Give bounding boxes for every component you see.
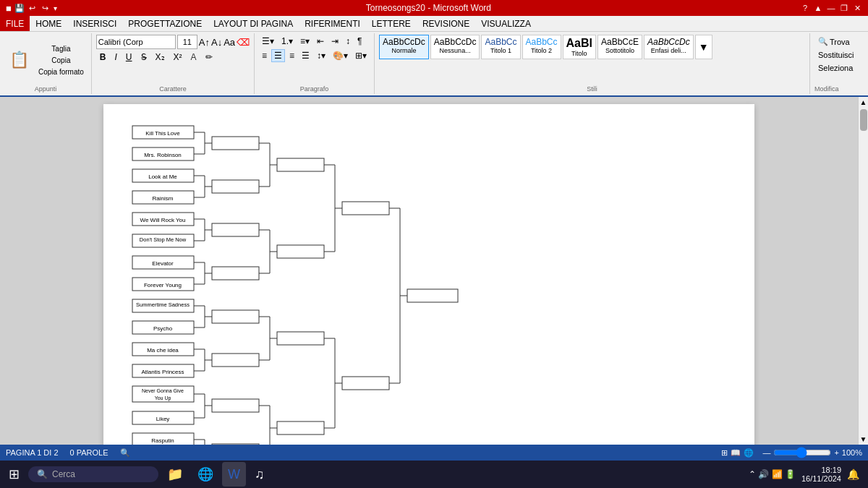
find-btn[interactable]: 🔍 Trova [814, 35, 854, 48]
font-size-input[interactable] [177, 35, 197, 49]
svg-text:We Will Rock You: We Will Rock You [140, 217, 186, 223]
title-bar: ■ 💾 ↩ ↪ ▾ Torneosongs20 - Microsoft Word… [0, 0, 868, 16]
style-normale[interactable]: AaBbCcDc Normale [379, 35, 429, 59]
styles-expand-btn[interactable]: ▼ [695, 35, 712, 59]
chrome-btn[interactable]: 🌐 [192, 462, 219, 487]
show-hide-btn[interactable]: ¶ [354, 35, 365, 48]
superscript-btn[interactable]: X² [170, 51, 186, 64]
justify-btn[interactable]: ☰ [299, 49, 312, 62]
svg-rect-17 [212, 180, 259, 193]
menu-visualizza[interactable]: VISUALIZZA [475, 16, 537, 31]
menu-layout[interactable]: LAYOUT DI PAGINA [208, 16, 299, 31]
cut-btn[interactable]: Taglia [35, 43, 87, 54]
clear-format-btn[interactable]: ⌫ [237, 37, 250, 48]
menu-revisione[interactable]: REVISIONE [417, 16, 475, 31]
increase-indent-btn[interactable]: ⇥ [328, 35, 341, 48]
bold-btn[interactable]: B [96, 51, 110, 64]
svg-text:Look at Me: Look at Me [148, 174, 177, 180]
taskbar-right: ⌃ 🔊 📶 🔋 18:19 16/11/2024 🔔 [749, 466, 865, 483]
underline-btn[interactable]: U [122, 51, 136, 64]
style-nessuna[interactable]: AaBbCcDc Nessuna... [430, 35, 480, 59]
scroll-up-btn[interactable]: ▲ [859, 97, 868, 108]
zoom-control[interactable]: ⊞ 📖 🌐 — + 100% [721, 447, 862, 458]
svg-text:Psycho: Psycho [153, 325, 173, 332]
search-bar[interactable]: 🔍 Cerca [28, 466, 158, 482]
copy-btn[interactable]: Copia [35, 55, 87, 66]
replace-btn[interactable]: Sostituisci [814, 48, 858, 61]
menu-file[interactable]: FILE [0, 16, 30, 31]
title-bar-left: ■ 💾 ↩ ↪ ▾ [6, 3, 57, 14]
close-btn[interactable]: ✕ [852, 3, 862, 13]
font-shrink-btn[interactable]: A↓ [211, 37, 222, 48]
file-explorer-btn[interactable]: 📁 [161, 462, 189, 487]
format-painter-btn[interactable]: Copia formato [35, 67, 87, 77]
word-btn[interactable]: W [222, 462, 246, 487]
restore-btn[interactable]: ❐ [839, 3, 849, 13]
view-read-btn[interactable]: 📖 [731, 448, 741, 458]
system-clock[interactable]: 18:19 16/11/2024 [801, 466, 841, 483]
multilevel-btn[interactable]: ≡▾ [297, 35, 312, 48]
numbering-btn[interactable]: 1.▾ [278, 35, 296, 48]
menu-home[interactable]: HOME [30, 16, 67, 31]
style-titolo1[interactable]: AaBbCc Titolo 1 [481, 35, 520, 59]
line-spacing-btn[interactable]: ↕▾ [314, 49, 328, 62]
zoom-in-btn[interactable]: + [834, 448, 838, 457]
notification-btn[interactable]: 🔔 [847, 468, 859, 480]
zoom-out-btn[interactable]: — [762, 448, 770, 457]
font-grow-btn[interactable]: A↑ [199, 37, 210, 48]
italic-btn[interactable]: I [111, 51, 120, 64]
change-case-btn[interactable]: Aa [224, 37, 235, 48]
undo-btn[interactable]: ↩ [27, 3, 38, 13]
quick-save-btn[interactable]: 💾 [14, 3, 25, 13]
font-color-btn[interactable]: A [187, 51, 200, 64]
svg-rect-83 [212, 399, 259, 412]
svg-text:Rainism: Rainism [153, 195, 174, 202]
help-btn[interactable]: ? [800, 3, 810, 13]
spotify-btn[interactable]: ♫ [249, 462, 271, 487]
align-right-btn[interactable]: ≡ [286, 49, 297, 62]
redo-btn[interactable]: ↪ [41, 3, 51, 13]
menu-progettazione[interactable]: PROGETTAZIONE [122, 16, 208, 31]
strikethrough-btn[interactable]: S̶ [137, 51, 150, 64]
tournament-bracket: Kill This Love Mrs. Robinson Look at Me [125, 119, 668, 445]
select-btn[interactable]: Seleziona [814, 61, 856, 74]
decrease-indent-btn[interactable]: ⇤ [314, 35, 327, 48]
svg-text:Likey: Likey [156, 416, 170, 422]
zoom-slider[interactable] [773, 447, 831, 458]
svg-rect-40 [212, 267, 259, 280]
zoom-level: 100% [842, 448, 862, 457]
paste-btn[interactable]: 📋 [4, 48, 34, 72]
scroll-thumb[interactable] [860, 109, 867, 131]
style-titolo2[interactable]: AaBbCc Titolo 2 [522, 35, 561, 59]
clipboard-label: Appunti [35, 85, 57, 93]
shading-btn[interactable]: 🎨▾ [330, 49, 351, 62]
modifica-label: Modifica [814, 85, 839, 93]
clock-time: 18:19 [801, 466, 841, 474]
menu-inserisci[interactable]: INSERISCI [67, 16, 122, 31]
menu-riferimenti[interactable]: RIFERIMENTI [299, 16, 366, 31]
view-web-btn[interactable]: 🌐 [744, 448, 754, 458]
font-name-input[interactable] [96, 35, 176, 49]
style-titolo[interactable]: AaBl Titolo [563, 35, 596, 59]
ribbon-styles: AaBbCcDc Normale AaBbCcDc Nessuna... AaB… [375, 33, 810, 94]
scrollbar-vertical[interactable]: ▲ ▼ [858, 97, 868, 445]
minimize-btn[interactable]: — [826, 3, 836, 13]
start-btn[interactable]: ⊞ [3, 462, 25, 487]
align-left-btn[interactable]: ≡ [259, 49, 270, 62]
ribbon-font: A↑ A↓ Aa ⌫ B I U S̶ X₂ X² A ✏ Carattere [92, 33, 255, 94]
sort-btn[interactable]: ↕ [343, 35, 353, 48]
view-layout-btn[interactable]: ⊞ [721, 448, 728, 458]
svg-rect-8 [212, 137, 259, 150]
svg-rect-50 [342, 202, 389, 215]
borders-btn[interactable]: ⊞▾ [352, 49, 370, 62]
subscript-btn[interactable]: X₂ [152, 51, 169, 64]
highlight-btn[interactable]: ✏ [202, 51, 216, 64]
align-center-btn[interactable]: ☰ [271, 49, 285, 62]
ribbon-toggle-btn[interactable]: ▲ [813, 3, 823, 13]
scroll-down-btn[interactable]: ▼ [859, 434, 868, 445]
style-enfasi[interactable]: AaBbCcDc Enfasi deli... [644, 35, 694, 59]
style-sottotitolo[interactable]: AaBbCcE Sottotitolo [597, 35, 642, 59]
menu-lettere[interactable]: LETTERE [366, 16, 417, 31]
svg-rect-107 [407, 289, 458, 302]
bullets-btn[interactable]: ☰▾ [259, 35, 277, 48]
